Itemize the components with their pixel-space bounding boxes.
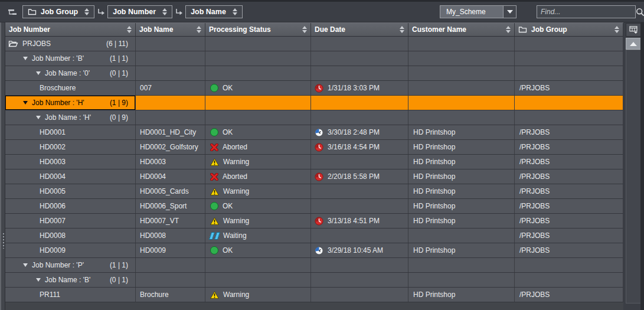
cell bbox=[311, 184, 408, 198]
cell: HD0001 bbox=[5, 125, 136, 139]
group-count: (0 | 1) bbox=[110, 276, 135, 284]
job-name-text: HD0005_Cards bbox=[140, 187, 189, 195]
expander-icon[interactable] bbox=[23, 57, 28, 60]
job-group-text: /PRJOBS bbox=[519, 84, 550, 92]
expander-icon[interactable] bbox=[23, 101, 28, 105]
cell: /PRJOBS bbox=[515, 243, 623, 257]
group-by-job-group-button[interactable]: Job Group bbox=[22, 5, 94, 18]
find-input[interactable] bbox=[537, 8, 636, 16]
scroll-up-button[interactable] bbox=[626, 38, 641, 50]
column-header-processing-status[interactable]: Processing Status bbox=[205, 23, 311, 36]
group-row[interactable]: Job Name : '0'(0 | 1) bbox=[5, 66, 623, 81]
chevron-down-icon[interactable] bbox=[503, 6, 516, 18]
status-label: OK bbox=[223, 202, 233, 210]
cell bbox=[311, 155, 408, 169]
column-header-job-number[interactable]: Job Number bbox=[5, 23, 136, 36]
job-row[interactable]: HD0005HD0005_CardsWarningHD Printshop/PR… bbox=[5, 184, 623, 199]
column-chooser-button[interactable] bbox=[626, 23, 641, 37]
cell: 3/13/18 4:51 PM bbox=[311, 214, 408, 228]
cell: Aborted bbox=[205, 140, 311, 154]
job-row[interactable]: HD0002HD0002_GolfstoryAborted3/16/18 4:5… bbox=[5, 140, 623, 155]
job-row[interactable]: HD0007HD0007_VTWarning3/13/18 4:51 PMHD … bbox=[5, 214, 623, 229]
cell bbox=[515, 37, 623, 51]
group-count: (6 | 11) bbox=[106, 40, 135, 48]
job-row[interactable]: PR111BrochureWarningHD Printshop/PRJOBS bbox=[5, 288, 623, 302]
group-label: Job Number : 'P' bbox=[32, 261, 84, 269]
job-name-text: HD0001_HD_City bbox=[140, 128, 196, 136]
due-date-text: 2/20/18 5:58 PM bbox=[328, 172, 380, 181]
cell: HD Printshop bbox=[408, 155, 515, 169]
cell: /PRJOBS bbox=[515, 214, 623, 228]
cell bbox=[311, 229, 408, 243]
job-row[interactable]: HD0008HD0008Waiting/PRJOBS bbox=[5, 229, 623, 243]
expander-icon[interactable] bbox=[36, 116, 41, 119]
job-number-text: Broschuere bbox=[40, 84, 76, 92]
overdue-clock-icon bbox=[315, 217, 323, 226]
column-header-job-name[interactable]: Job Name bbox=[136, 23, 205, 36]
cell: HD0006_Sport bbox=[136, 199, 205, 213]
status-warning-icon bbox=[210, 158, 219, 166]
status-label: Aborted bbox=[223, 143, 247, 151]
cell bbox=[515, 51, 623, 66]
root-group-row[interactable]: PRJOBS(6 | 11) bbox=[5, 37, 623, 51]
cell bbox=[311, 199, 408, 213]
group-by-job-number-button[interactable]: Job Number bbox=[107, 5, 172, 18]
cell: Job Number : 'P'(1 | 1) bbox=[5, 258, 136, 272]
due-clock-icon bbox=[315, 246, 323, 255]
cell bbox=[408, 51, 515, 66]
scheme-dropdown[interactable]: My_Scheme bbox=[440, 5, 516, 18]
job-name-text: HD0006_Sport bbox=[140, 202, 187, 210]
expander-icon[interactable] bbox=[23, 263, 28, 267]
customer-name-text: HD Printshop bbox=[413, 143, 455, 151]
cell: Aborted bbox=[205, 169, 311, 184]
column-header-customer-name[interactable]: Customer Name bbox=[408, 23, 515, 36]
job-row[interactable]: HD0004HD0004Aborted2/20/18 5:58 PMHD Pri… bbox=[5, 169, 623, 184]
status-label: Waiting bbox=[223, 231, 247, 240]
group-row[interactable]: Job Number : 'P'(1 | 1) bbox=[5, 258, 623, 273]
cell: HD Printshop bbox=[408, 169, 515, 184]
cell: OK bbox=[205, 81, 311, 95]
column-header-job-group[interactable]: Job Group bbox=[515, 23, 623, 36]
group-by-job-name-button[interactable]: Job Name bbox=[185, 5, 243, 18]
due-date-text: 3/16/18 4:54 PM bbox=[328, 143, 380, 151]
job-row[interactable]: Broschuere007OK1/31/18 3:03 PM/PRJOBS bbox=[5, 81, 623, 96]
group-row[interactable]: Job Number : 'H'(1 | 9) bbox=[5, 96, 623, 110]
status-label: OK bbox=[223, 84, 233, 92]
scheme-dropdown-value: My_Scheme bbox=[440, 6, 503, 18]
cell: /PRJOBS bbox=[515, 229, 623, 243]
cell bbox=[136, 273, 205, 287]
cell bbox=[205, 37, 311, 51]
overdue-clock-icon bbox=[315, 143, 323, 152]
job-row[interactable]: HD0003HD0003WarningHD Printshop/PRJOBS bbox=[5, 155, 623, 169]
customer-name-text: HD Printshop bbox=[413, 187, 455, 195]
cell bbox=[311, 66, 408, 80]
cell bbox=[205, 273, 311, 287]
job-number-text: HD0001 bbox=[40, 128, 66, 136]
status-label: OK bbox=[223, 128, 233, 136]
job-row[interactable]: HD0009HD0009OK3/29/18 10:45 AMHD Printsh… bbox=[5, 243, 623, 258]
group-chain-arrow-icon bbox=[172, 8, 185, 16]
status-ok-icon bbox=[210, 202, 218, 210]
expander-icon[interactable] bbox=[36, 278, 41, 282]
cell: HD0004 bbox=[136, 169, 205, 184]
scrollbar-track[interactable] bbox=[626, 50, 641, 304]
status-waiting-icon bbox=[210, 232, 219, 240]
customer-name-text: HD Printshop bbox=[413, 291, 455, 299]
collapse-tree-icon[interactable] bbox=[6, 6, 18, 17]
column-header-due-date[interactable]: Due Date bbox=[311, 23, 408, 36]
cell: Warning bbox=[205, 214, 311, 228]
group-row[interactable]: Job Number : 'B'(1 | 1) bbox=[5, 51, 623, 66]
job-group-text: /PRJOBS bbox=[519, 187, 550, 195]
cell: /PRJOBS bbox=[515, 155, 623, 169]
job-row[interactable]: HD0006HD0006_SportOKHD Printshop/PRJOBS bbox=[5, 199, 623, 214]
group-row[interactable]: Job Name : 'B'(0 | 1) bbox=[5, 273, 623, 288]
group-count: (1 | 1) bbox=[110, 261, 135, 269]
cell: HD Printshop bbox=[408, 214, 515, 228]
splitter-handle[interactable] bbox=[2, 233, 5, 249]
job-name-text: HD0002_Golfstory bbox=[140, 143, 198, 151]
cell: HD0007 bbox=[5, 214, 136, 228]
group-row[interactable]: Job Name : 'H'(0 | 9) bbox=[5, 110, 623, 125]
job-group-text: /PRJOBS bbox=[519, 217, 550, 225]
job-row[interactable]: HD0001HD0001_HD_CityOK3/30/18 2:48 PMHD … bbox=[5, 125, 623, 140]
expander-icon[interactable] bbox=[36, 71, 41, 75]
